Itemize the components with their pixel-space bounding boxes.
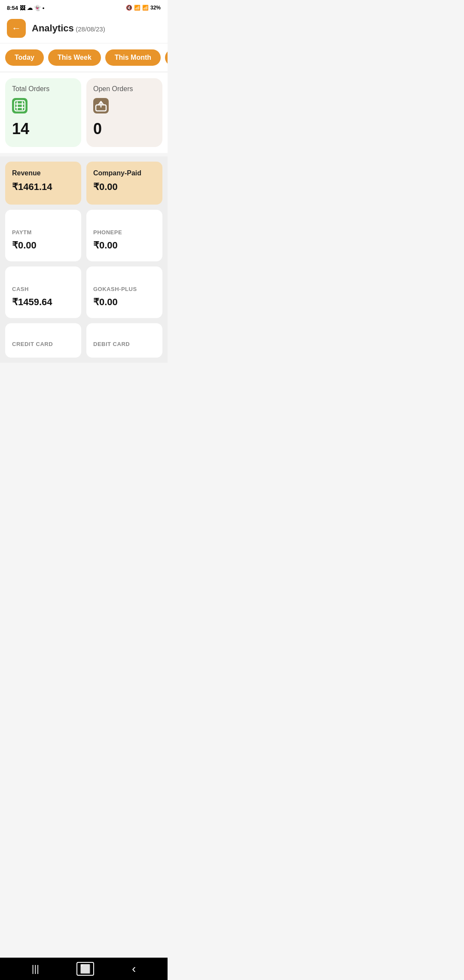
tab-this-week[interactable]: This Week <box>48 49 101 66</box>
open-orders-card: Open Orders 0 <box>86 78 162 147</box>
gokash-plus-label: GOKASH-PLUS <box>93 286 156 292</box>
page-title: Analytics <box>32 23 74 34</box>
orders-section: Total Orders 14 Open Orders 0 <box>0 72 168 153</box>
battery-label: 32% <box>150 5 161 11</box>
paytm-card: PAYTM ₹0.00 <box>5 210 81 261</box>
payments-row-1: PAYTM ₹0.00 PHONEPE ₹0.00 <box>5 210 162 261</box>
payments-row-3: CREDIT CARD DEBIT CARD <box>5 323 162 358</box>
paytm-value: ₹0.00 <box>12 240 74 251</box>
notification-icons: 🖼 ☁ 👻 • <box>20 5 44 11</box>
time-label: 8:54 <box>7 5 18 11</box>
status-time: 8:54 🖼 ☁ 👻 • <box>7 5 44 11</box>
back-button[interactable]: ← <box>7 19 26 38</box>
total-orders-value: 14 <box>12 120 74 138</box>
tab-today[interactable]: Today <box>5 49 44 66</box>
gokash-plus-value: ₹0.00 <box>93 297 156 308</box>
revenue-card: Revenue ₹1461.14 <box>5 162 81 205</box>
cash-label: CASH <box>12 286 74 292</box>
open-orders-value: 0 <box>93 120 156 138</box>
bottom-spacer <box>0 363 168 389</box>
company-paid-label: Company-Paid <box>93 169 156 177</box>
cash-card: CASH ₹1459.64 <box>5 266 81 318</box>
credit-card-label: CREDIT CARD <box>12 341 74 347</box>
phonepe-value: ₹0.00 <box>93 240 156 251</box>
cash-value: ₹1459.64 <box>12 297 74 308</box>
payments-row-2: CASH ₹1459.64 GOKASH-PLUS ₹0.00 <box>5 266 162 318</box>
credit-card-card: CREDIT CARD <box>5 323 81 358</box>
company-paid-card: Company-Paid ₹0.00 <box>86 162 162 205</box>
stats-section: Revenue ₹1461.14 Company-Paid ₹0.00 <box>0 156 168 210</box>
total-orders-card: Total Orders 14 <box>5 78 81 147</box>
header: ← Analytics (28/08/23) <box>0 14 168 43</box>
mute-icon: 🔇 <box>126 5 132 11</box>
wifi-icon: 📶 <box>134 5 140 11</box>
total-orders-label: Total Orders <box>12 85 74 93</box>
revenue-value: ₹1461.14 <box>12 181 74 193</box>
phonepe-label: PHONEPE <box>93 229 156 236</box>
filter-tabs-container: Today This Week This Month Cus... <box>0 43 168 72</box>
total-orders-icon <box>12 98 74 116</box>
debit-card-label: DEBIT CARD <box>93 341 156 347</box>
back-arrow-icon: ← <box>12 24 21 33</box>
status-icons: 🔇 📶 📶 32% <box>126 5 161 11</box>
tab-this-month[interactable]: This Month <box>105 49 161 66</box>
payments-section: PAYTM ₹0.00 PHONEPE ₹0.00 CASH ₹1459.64 … <box>0 210 168 363</box>
tab-custom[interactable]: Cus... <box>165 49 168 66</box>
paytm-label: PAYTM <box>12 229 74 236</box>
gokash-plus-card: GOKASH-PLUS ₹0.00 <box>86 266 162 318</box>
status-bar: 8:54 🖼 ☁ 👻 • 🔇 📶 📶 32% <box>0 0 168 14</box>
revenue-label: Revenue <box>12 169 74 177</box>
header-date: (28/08/23) <box>76 25 105 33</box>
open-orders-label: Open Orders <box>93 85 156 93</box>
debit-card-card: DEBIT CARD <box>86 323 162 358</box>
open-orders-icon <box>93 98 156 116</box>
company-paid-value: ₹0.00 <box>93 181 156 193</box>
phonepe-card: PHONEPE ₹0.00 <box>86 210 162 261</box>
header-text: Analytics (28/08/23) <box>32 23 105 34</box>
signal-icon: 📶 <box>142 5 149 11</box>
